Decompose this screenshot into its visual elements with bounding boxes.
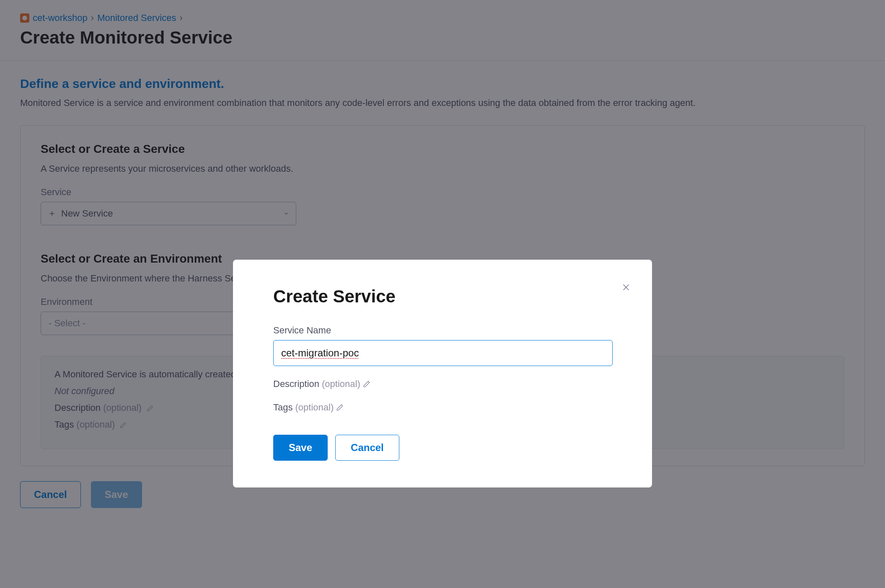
service-name-label: Service Name [273,325,612,336]
modal-overlay[interactable]: Create Service Service Name Description … [0,0,885,588]
modal-cancel-button[interactable]: Cancel [335,435,399,461]
modal-description-label: Description [273,379,319,389]
modal-tags-optional: (optional) [295,402,334,413]
close-icon [621,283,631,292]
modal-save-button[interactable]: Save [273,435,328,461]
modal-tags-row: Tags (optional) [273,402,612,413]
create-service-modal: Create Service Service Name Description … [233,260,652,487]
close-button[interactable] [620,281,632,293]
modal-description-optional: (optional) [322,379,360,389]
service-name-input[interactable] [273,340,613,366]
modal-description-row: Description (optional) [273,379,612,389]
pencil-icon[interactable] [363,380,370,388]
modal-buttons: Save Cancel [273,435,612,461]
modal-title: Create Service [273,286,612,307]
pencil-icon[interactable] [336,404,344,411]
modal-tags-label: Tags [273,402,292,413]
